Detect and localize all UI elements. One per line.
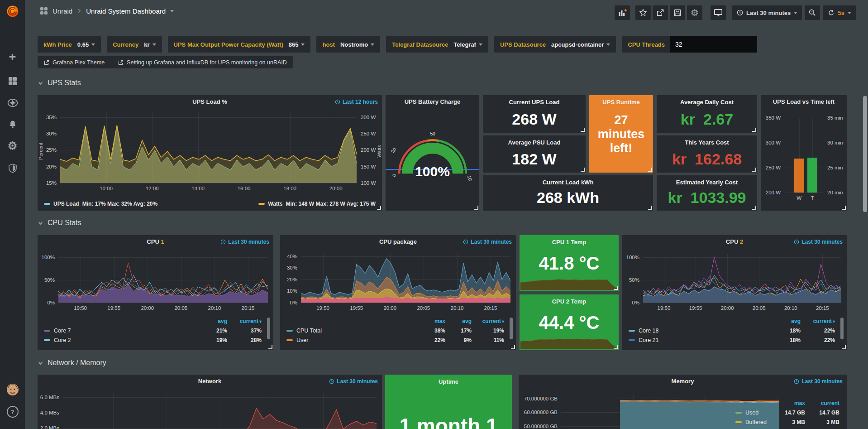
legend-item[interactable]: Watts Min: 148 W Max: 278 W Avg: 175 W	[258, 201, 376, 207]
panel-title[interactable]: Uptime	[385, 378, 512, 385]
legend-item[interactable]: CPU Total	[286, 328, 417, 334]
legend-item[interactable]: Buffered	[735, 419, 776, 425]
grafana-logo-icon[interactable]	[0, 5, 25, 18]
panel-title[interactable]: This Years Cost	[657, 139, 757, 146]
panel-time-range[interactable]: Last 30 minutes	[794, 239, 843, 245]
panel-resize-handle[interactable]	[614, 345, 618, 349]
dashboards-icon[interactable]	[0, 76, 25, 86]
panel-resize-handle[interactable]	[581, 168, 585, 172]
variable-kwh-price[interactable]: kWh Price 0.65	[38, 36, 101, 53]
panel-resize-handle[interactable]	[752, 168, 756, 172]
panel-resize-handle[interactable]	[581, 128, 585, 132]
legend-header-avg[interactable]: avg	[198, 318, 227, 324]
server-admin-shield-icon[interactable]	[0, 163, 25, 173]
refresh-picker[interactable]: 5s	[823, 5, 855, 20]
dashboard-settings-gear-icon[interactable]: ⚙	[687, 5, 702, 20]
create-plus-icon[interactable]: +	[0, 52, 25, 63]
chevron-down-icon[interactable]	[170, 10, 174, 12]
legend-item[interactable]: Core 21	[629, 337, 772, 343]
share-button[interactable]	[653, 5, 668, 20]
legend-scrollbar[interactable]	[840, 318, 844, 339]
legend-header-current[interactable]: current	[227, 318, 262, 324]
legend-item[interactable]: Core 2	[44, 337, 198, 343]
legend-item[interactable]: UPS Load Min: 17% Max: 32% Avg: 20%	[44, 201, 157, 207]
add-panel-button[interactable]	[615, 5, 630, 20]
legend-scrollbar[interactable]	[510, 318, 513, 339]
cpu-package-chart[interactable]: 40%30%20%10%0%19:5019:5520:0020:0520:102…	[301, 253, 510, 303]
panel-resize-handle[interactable]	[474, 206, 478, 210]
panel-title[interactable]: CPU 2 Temp	[520, 298, 619, 305]
legend-item[interactable]: User	[286, 337, 417, 343]
panel-resize-handle[interactable]	[842, 345, 846, 349]
legend-item[interactable]: Used	[735, 410, 776, 416]
panel-time-range[interactable]: Last 12 hours	[335, 99, 378, 105]
panel-resize-handle[interactable]	[614, 286, 618, 290]
panel-resize-handle[interactable]	[752, 206, 756, 210]
user-avatar[interactable]	[0, 383, 25, 396]
variable-telegraf-datasource[interactable]: Telegraf Datasource Telegraf	[386, 36, 488, 53]
variable-ups-datasource[interactable]: UPS Datasource apcupsd-container	[494, 36, 616, 53]
configuration-gear-icon[interactable]: ⚙	[0, 140, 25, 151]
series-marker	[735, 421, 742, 423]
panel-title[interactable]: UPS Runtime	[589, 99, 653, 106]
panel-resize-handle[interactable]	[842, 206, 846, 210]
legend-header-max[interactable]: max	[417, 318, 445, 324]
panel-title[interactable]: Current Load kWh	[483, 179, 653, 186]
panel-resize-handle[interactable]	[752, 128, 756, 132]
section-ups-stats[interactable]: UPS Stats	[38, 79, 81, 87]
dashboard-title[interactable]: Unraid System Dashboard	[86, 7, 166, 15]
panel-resize-handle[interactable]	[511, 345, 515, 349]
time-range-picker[interactable]: Last 30 minutes	[732, 5, 802, 20]
legend-header-avg[interactable]: avg	[445, 318, 472, 324]
panel-resize-handle[interactable]	[377, 206, 381, 210]
alerting-bell-icon[interactable]	[0, 120, 25, 130]
panel-title[interactable]: Estimated Yearly Cost	[657, 179, 757, 186]
section-cpu-stats[interactable]: CPU Stats	[38, 219, 81, 227]
network-chart[interactable]: 6.0 MBs4.0 MBs2.0 MBs	[63, 393, 377, 429]
ups-load-chart[interactable]: 35%30%25%20%15%300 W250 W200 W150 W100 W…	[60, 112, 357, 183]
panel-title[interactable]: CPU 1 Temp	[520, 239, 619, 246]
save-button[interactable]	[670, 5, 685, 20]
legend-item[interactable]: Core 7	[44, 328, 198, 334]
cycle-view-monitor-icon[interactable]	[711, 5, 726, 20]
panel-title[interactable]: Current UPS Load	[483, 99, 586, 106]
panel-resize-handle[interactable]	[648, 168, 652, 172]
panel-title[interactable]: UPS Load vs Time left	[761, 98, 847, 105]
panel-time-range[interactable]: Last 30 minutes	[329, 378, 378, 385]
legend-item[interactable]: Core 18	[629, 328, 772, 334]
link-grafana-plex-theme[interactable]: Grafana Plex Theme	[44, 59, 105, 66]
panel-title[interactable]: Average PSU Load	[483, 139, 586, 146]
panel-time-range[interactable]: Last 30 minutes	[794, 378, 843, 385]
series-marker	[735, 412, 742, 414]
panel-resize-handle[interactable]	[648, 206, 652, 210]
variable-currency[interactable]: Currency kr	[107, 36, 162, 53]
legend-header-current[interactable]: current	[805, 400, 839, 406]
panel-title[interactable]: Average Daily Cost	[657, 99, 757, 106]
zoom-out-button[interactable]	[805, 5, 820, 20]
page-scrollbar[interactable]	[863, 96, 867, 212]
legend-header-current[interactable]: current	[801, 318, 835, 324]
ups-bar-chart[interactable]: 350 W300 W250 W200 W35 min30 min25 min20…	[784, 118, 823, 193]
panel-time-range[interactable]: Last 30 minutes	[220, 239, 269, 245]
panel-title[interactable]: UPS Load %	[38, 98, 382, 105]
star-button[interactable]	[635, 5, 651, 20]
cpu1-chart[interactable]: 100%50%0%19:5019:5520:0020:0520:1020:15	[58, 254, 268, 303]
stat-value: 1 month 1	[385, 414, 512, 429]
legend-scrollbar[interactable]	[267, 318, 270, 339]
variable-ups-max-power[interactable]: UPS Max Output Power Capacity (Watt) 865	[168, 36, 311, 53]
breadcrumb-folder[interactable]: Unraid	[52, 7, 72, 15]
variable-host[interactable]: host Nostromo	[316, 36, 380, 53]
cpu-threads-input[interactable]	[670, 36, 757, 53]
help-icon[interactable]: ?	[0, 406, 25, 418]
apps-grid-icon[interactable]	[40, 7, 48, 15]
cpu2-chart[interactable]: 100%50%0%19:5019:5520:0020:0520:1020:15	[643, 254, 841, 303]
legend-header-current[interactable]: current	[472, 318, 504, 324]
section-network-memory[interactable]: Network / Memory	[38, 359, 106, 367]
explore-compass-icon[interactable]	[0, 97, 25, 108]
panel-resize-handle[interactable]	[268, 345, 272, 349]
panel-title[interactable]: UPS Battery Charge	[386, 98, 479, 105]
legend-header-avg[interactable]: avg	[772, 318, 801, 324]
panel-time-range[interactable]: Last 30 minutes	[463, 239, 512, 245]
link-ups-monitoring-guide[interactable]: Setting up Grafana and InfluxDB for UPS …	[118, 59, 287, 66]
legend-header-max[interactable]: max	[776, 400, 805, 406]
